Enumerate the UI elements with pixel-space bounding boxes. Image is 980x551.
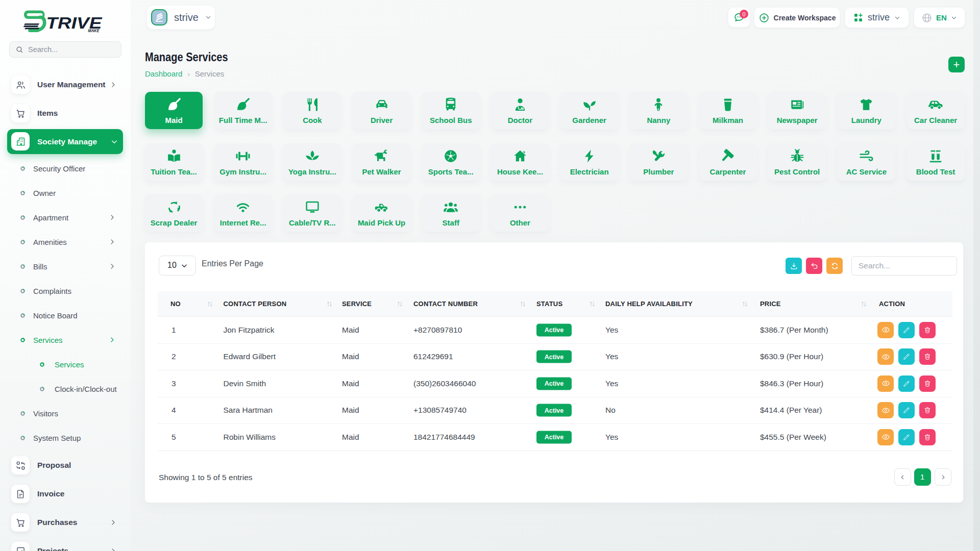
svg-text:MAKE: MAKE xyxy=(88,28,100,33)
